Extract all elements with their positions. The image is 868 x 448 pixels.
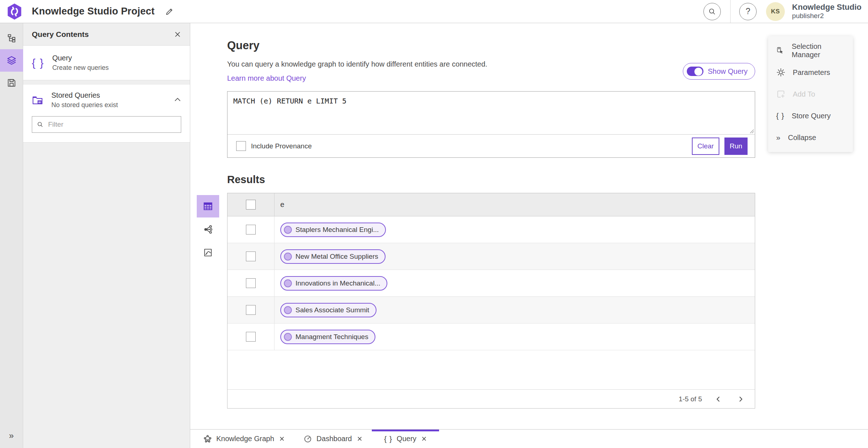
entity-chip[interactable]: Innovations in Mechanical...: [280, 276, 387, 291]
entity-chip[interactable]: Managment Techniques: [280, 330, 375, 344]
stored-queries-folder-icon: [32, 95, 44, 106]
table-row[interactable]: Managment Techniques: [227, 324, 755, 350]
query-editor-input[interactable]: MATCH (e) RETURN e LIMIT 5: [227, 92, 755, 134]
rail-item-contents[interactable]: [0, 49, 23, 72]
row-checkbox[interactable]: [246, 252, 256, 261]
close-icon: [421, 436, 427, 441]
query-editor-card: MATCH (e) RETURN e LIMIT 5 Include Prove…: [227, 91, 755, 158]
panel-close-button[interactable]: [174, 31, 181, 38]
table-row[interactable]: Sales Associate Summit: [227, 297, 755, 324]
search-button[interactable]: [703, 3, 721, 20]
table-row[interactable]: Innovations in Mechanical...: [227, 270, 755, 297]
table-row[interactable]: Staplers Mechanical Engi...: [227, 216, 755, 243]
query-editor-footer: Include Provenance Clear Run: [227, 134, 755, 157]
layers-icon: [6, 55, 17, 66]
results-table: e Staplers Mechanical Engi...: [227, 193, 755, 409]
rail-item-data-model[interactable]: [0, 27, 23, 49]
filter-input[interactable]: [48, 121, 176, 128]
table-pagination: 1-5 of 5: [227, 389, 755, 408]
menu-item-parameters[interactable]: Parameters: [768, 62, 853, 83]
query-view: Query You can query a knowledge graph to…: [190, 23, 868, 429]
tab-knowledge-graph[interactable]: Knowledge Graph: [194, 430, 294, 448]
table-icon: [203, 201, 213, 212]
chevron-up-icon: [174, 97, 181, 102]
panel-item-query-text: Query Create new queries: [52, 54, 109, 72]
entity-chip[interactable]: Staplers Mechanical Engi...: [280, 223, 386, 237]
question-icon: ?: [746, 7, 750, 16]
close-tab-button[interactable]: [357, 436, 362, 441]
run-button[interactable]: Run: [724, 138, 748, 155]
chevron-left-icon: [715, 396, 721, 402]
show-query-label: Show Query: [708, 67, 748, 76]
include-provenance-checkbox[interactable]: [236, 141, 246, 151]
map-view-button[interactable]: [197, 241, 219, 264]
select-all-checkbox[interactable]: [246, 200, 256, 210]
edit-title-button[interactable]: [165, 7, 174, 16]
close-tab-button[interactable]: [421, 436, 427, 441]
search-icon: [708, 7, 716, 16]
bottom-tab-bar: Knowledge Graph Dashboard { } Query: [190, 429, 868, 448]
row-checkbox[interactable]: [246, 278, 256, 288]
rail-item-save[interactable]: [0, 72, 23, 94]
top-bar-right: ? KS Knowledge Studio publisher2: [703, 0, 868, 23]
app-logo-icon[interactable]: [7, 3, 22, 20]
query-intro: You can query a knowledge graph to ident…: [227, 60, 487, 83]
resize-grip-icon[interactable]: [749, 128, 754, 134]
avatar[interactable]: KS: [766, 2, 785, 21]
entity-dot-icon: [284, 333, 292, 341]
results-heading: Results: [227, 174, 755, 186]
chevron-right-icon: [738, 396, 744, 402]
entity-chip[interactable]: New Metal Office Suppliers: [280, 249, 386, 264]
include-provenance-label: Include Provenance: [251, 142, 312, 150]
menu-item-selection-manager[interactable]: Selection Manager: [768, 40, 853, 62]
close-icon: [279, 436, 285, 441]
pagination-range: 1-5 of 5: [679, 395, 702, 403]
row-checkbox[interactable]: [246, 225, 256, 234]
close-icon: [357, 436, 362, 441]
store-query-braces-icon: { }: [776, 111, 784, 120]
query-description: You can query a knowledge graph to ident…: [227, 60, 487, 68]
gear-icon: [776, 68, 786, 77]
main-area: Query You can query a knowledge graph to…: [190, 23, 868, 448]
menu-item-store-query[interactable]: { } Store Query: [768, 105, 853, 127]
close-icon: [174, 31, 181, 38]
stored-queries-header[interactable]: Stored Queries No stored queries exist: [23, 85, 190, 110]
link-chart-icon: [203, 224, 213, 234]
row-checkbox[interactable]: [246, 305, 256, 315]
column-header-e: e: [275, 193, 755, 216]
learn-more-link[interactable]: Learn more about Query: [227, 74, 306, 82]
table-header-row: e: [227, 193, 755, 216]
results-view-toolbar: [197, 195, 219, 264]
query-contents-panel: Query Contents { } Query Create new quer…: [23, 23, 190, 448]
expand-rail-button[interactable]: »: [0, 427, 23, 444]
close-tab-button[interactable]: [279, 436, 285, 441]
account-username: publisher2: [792, 12, 861, 20]
menu-item-collapse[interactable]: » Collapse: [768, 127, 853, 148]
prev-page-button[interactable]: [712, 393, 724, 405]
stored-queries-sublabel: No stored queries exist: [51, 101, 118, 109]
query-braces-icon: { }: [384, 435, 392, 443]
collapse-section-button[interactable]: [174, 97, 181, 103]
clear-button[interactable]: Clear: [692, 138, 719, 155]
link-chart-view-button[interactable]: [197, 218, 219, 241]
panel-gap: [23, 80, 190, 85]
project-title: Knowledge Studio Project: [32, 6, 154, 17]
entity-chip[interactable]: Sales Associate Summit: [280, 303, 376, 317]
help-button[interactable]: ?: [739, 3, 757, 20]
table-view-button[interactable]: [197, 195, 219, 217]
table-row[interactable]: New Metal Office Suppliers: [227, 243, 755, 270]
tab-dashboard[interactable]: Dashboard: [294, 430, 372, 448]
account-info[interactable]: Knowledge Studio publisher2: [792, 3, 861, 20]
header-divider: [730, 0, 731, 23]
panel-item-query-label: Query: [52, 54, 109, 62]
query-tools-menu: Selection Manager Parameters Add To: [768, 36, 853, 152]
top-bar: Knowledge Studio Project ? KS Knowledge …: [0, 0, 868, 23]
next-page-button[interactable]: [735, 393, 747, 405]
show-query-toggle[interactable]: Show Query: [683, 63, 755, 80]
entity-dot-icon: [284, 253, 292, 261]
tab-query[interactable]: { } Query: [372, 430, 439, 448]
panel-item-query-sublabel: Create new queries: [52, 64, 109, 72]
filter-field: [32, 116, 181, 133]
row-checkbox[interactable]: [246, 332, 256, 342]
panel-item-query[interactable]: { } Query Create new queries: [23, 46, 190, 80]
